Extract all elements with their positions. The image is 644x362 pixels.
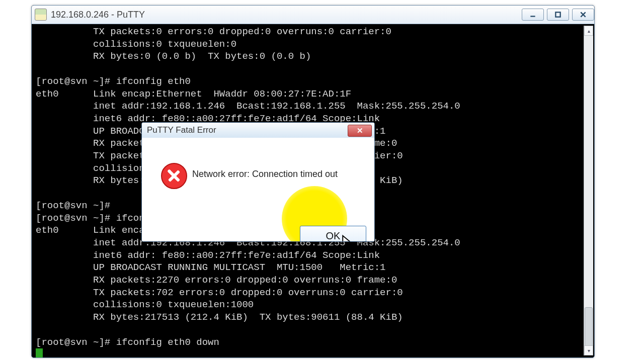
window-title: 192.168.0.246 - PuTTY: [51, 10, 145, 20]
maximize-button[interactable]: [547, 9, 569, 21]
ok-button-label: OK: [326, 230, 341, 242]
scrollbar[interactable]: ▴ ▾: [584, 26, 593, 355]
scroll-up-arrow[interactable]: ▴: [584, 26, 593, 36]
scroll-thumb[interactable]: [585, 307, 593, 348]
svg-rect-1: [555, 12, 560, 17]
dialog-title: PuTTY Fatal Error: [147, 125, 216, 135]
dialog-message: Network error: Connection timed out: [192, 169, 338, 179]
putty-main-window: 192.168.0.246 - PuTTY TX packets:0 error…: [31, 5, 595, 358]
putty-icon: [35, 9, 47, 21]
scroll-down-arrow[interactable]: ▾: [584, 345, 593, 355]
error-icon: [161, 163, 187, 189]
minimize-button[interactable]: [522, 9, 544, 21]
dialog-titlebar[interactable]: PuTTY Fatal Error: [142, 123, 374, 138]
close-button[interactable]: [572, 9, 594, 21]
dialog-close-button[interactable]: ✕: [348, 125, 372, 137]
terminal-cursor: [36, 348, 43, 358]
ok-button[interactable]: OK: [300, 226, 366, 242]
svg-rect-0: [530, 16, 535, 17]
fatal-error-dialog: PuTTY Fatal Error ✕ Network error: Conne…: [141, 122, 375, 242]
titlebar[interactable]: 192.168.0.246 - PuTTY: [32, 6, 595, 24]
